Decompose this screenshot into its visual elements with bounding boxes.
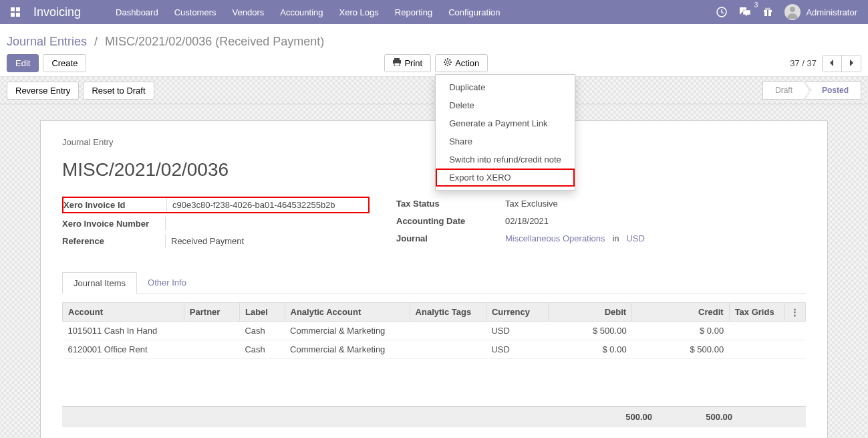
breadcrumb-link[interactable]: Journal Entries bbox=[7, 35, 87, 48]
col-credit[interactable]: Credit bbox=[632, 303, 729, 322]
user-name: Administrator bbox=[806, 7, 857, 17]
reset-to-draft-button[interactable]: Reset to Draft bbox=[83, 82, 154, 100]
tabs: Journal Items Other Info bbox=[62, 271, 806, 294]
chevron-left-icon bbox=[829, 59, 835, 68]
create-button[interactable]: Create bbox=[43, 54, 86, 72]
total-credit: 500.00 bbox=[659, 407, 739, 427]
cell-debit: $ 0.00 bbox=[549, 340, 632, 359]
user-menu[interactable]: Administrator bbox=[784, 4, 857, 20]
cell-currency: USD bbox=[486, 340, 549, 359]
table-row[interactable]: 6120001 Office RentCashCommercial & Mark… bbox=[63, 340, 806, 359]
cell-analytic-tags bbox=[410, 322, 486, 340]
gear-icon bbox=[444, 58, 452, 68]
col-label[interactable]: Label bbox=[239, 303, 285, 322]
content-area: Journal Entry MISC/2021/02/0036 Xero Inv… bbox=[0, 104, 868, 438]
total-debit: 500.00 bbox=[579, 407, 659, 427]
col-currency[interactable]: Currency bbox=[486, 303, 549, 322]
action-refund[interactable]: Switch into refund/credit note bbox=[436, 150, 575, 169]
cell-analytic-account: Commercial & Marketing bbox=[285, 340, 410, 359]
reverse-entry-button[interactable]: Reverse Entry bbox=[7, 82, 79, 100]
journal-in-text: in bbox=[612, 233, 619, 243]
svg-rect-13 bbox=[394, 63, 400, 66]
svg-point-8 bbox=[766, 8, 768, 10]
tax-status-row: Tax Status Tax Exclusive bbox=[396, 197, 806, 211]
breadcrumb-separator: / bbox=[94, 35, 98, 48]
pager-prev-button[interactable] bbox=[823, 56, 842, 72]
svg-rect-0 bbox=[11, 7, 15, 11]
status-draft[interactable]: Draft bbox=[762, 81, 809, 100]
action-export-xero[interactable]: Export to XERO bbox=[436, 169, 575, 187]
journal-items-table: Account Partner Label Analytic Account A… bbox=[62, 302, 806, 359]
menu-xero-logs[interactable]: Xero Logs bbox=[331, 1, 387, 24]
journal-label: Journal bbox=[396, 231, 500, 245]
action-duplicate[interactable]: Duplicate bbox=[436, 78, 575, 96]
col-account[interactable]: Account bbox=[63, 303, 184, 322]
col-tax-grids[interactable]: Tax Grids bbox=[729, 303, 784, 322]
cell-label: Cash bbox=[239, 340, 285, 359]
journal-currency-link[interactable]: USD bbox=[626, 233, 644, 243]
action-payment-link[interactable]: Generate a Payment Link bbox=[436, 114, 575, 132]
cell-options bbox=[784, 340, 805, 359]
svg-rect-3 bbox=[16, 13, 20, 17]
pager-text: 37 / 37 bbox=[790, 58, 817, 68]
cell-account: 1015011 Cash In Hand bbox=[63, 322, 184, 340]
journal-operation-link[interactable]: Miscellaneous Operations bbox=[505, 233, 605, 243]
action-button[interactable]: Action bbox=[435, 54, 488, 72]
cell-partner bbox=[184, 322, 239, 340]
status-steps: Draft Posted bbox=[762, 81, 861, 100]
svg-rect-7 bbox=[767, 10, 768, 16]
journal-value: Miscellaneous Operations in USD bbox=[500, 231, 806, 245]
edit-button[interactable]: Edit bbox=[7, 54, 39, 72]
menu-reporting[interactable]: Reporting bbox=[387, 1, 440, 24]
main-menu: Dashboard Customers Vendors Accounting X… bbox=[108, 1, 508, 24]
reference-label: Reference bbox=[62, 234, 166, 248]
cell-account: 6120001 Office Rent bbox=[63, 340, 184, 359]
reference-value: Received Payment bbox=[166, 234, 370, 248]
col-analytic-account[interactable]: Analytic Account bbox=[285, 303, 410, 322]
tab-journal-items[interactable]: Journal Items bbox=[62, 272, 137, 294]
col-debit[interactable]: Debit bbox=[549, 303, 632, 322]
menu-customers[interactable]: Customers bbox=[166, 1, 225, 24]
app-brand[interactable]: Invoicing bbox=[33, 5, 81, 19]
gift-icon[interactable] bbox=[763, 7, 772, 17]
messages-icon[interactable]: 3 bbox=[739, 7, 751, 17]
journal-row: Journal Miscellaneous Operations in USD bbox=[396, 231, 806, 245]
svg-point-9 bbox=[768, 8, 770, 10]
menu-configuration[interactable]: Configuration bbox=[440, 1, 508, 24]
status-bar: Reverse Entry Reset to Draft Draft Poste… bbox=[0, 77, 868, 104]
sheet-label: Journal Entry bbox=[62, 137, 806, 147]
cell-partner bbox=[184, 340, 239, 359]
cell-label: Cash bbox=[239, 322, 285, 340]
menu-dashboard[interactable]: Dashboard bbox=[108, 1, 166, 24]
col-analytic-tags[interactable]: Analytic Tags bbox=[410, 303, 486, 322]
xero-invoice-number-value bbox=[166, 217, 370, 221]
totals-row: 500.00 500.00 bbox=[62, 406, 806, 427]
table-row[interactable]: 1015011 Cash In HandCashCommercial & Mar… bbox=[63, 322, 806, 340]
svg-rect-1 bbox=[16, 7, 20, 11]
col-partner[interactable]: Partner bbox=[184, 303, 239, 322]
action-delete[interactable]: Delete bbox=[436, 96, 575, 114]
message-count: 3 bbox=[754, 1, 758, 9]
activity-icon[interactable] bbox=[716, 7, 727, 17]
svg-rect-11 bbox=[394, 58, 400, 60]
chevron-right-icon bbox=[849, 59, 854, 68]
status-posted[interactable]: Posted bbox=[805, 81, 861, 100]
breadcrumb: Journal Entries / MISC/2021/02/0036 (Rec… bbox=[7, 31, 861, 49]
action-share[interactable]: Share bbox=[436, 132, 575, 150]
cell-credit: $ 0.00 bbox=[632, 322, 729, 340]
menu-accounting[interactable]: Accounting bbox=[272, 1, 331, 24]
pager-next-button[interactable] bbox=[842, 56, 861, 72]
pager: 37 / 37 bbox=[790, 55, 861, 72]
apps-icon[interactable] bbox=[11, 7, 20, 17]
xero-invoice-number-row: Xero Invoice Number bbox=[62, 217, 370, 231]
kebab-icon: ⋮ bbox=[790, 307, 799, 317]
menu-vendors[interactable]: Vendors bbox=[225, 1, 273, 24]
tab-other-info[interactable]: Other Info bbox=[137, 272, 197, 294]
top-navbar: Invoicing Dashboard Customers Vendors Ac… bbox=[0, 0, 868, 24]
col-options[interactable]: ⋮ bbox=[784, 303, 805, 322]
control-panel: Journal Entries / MISC/2021/02/0036 (Rec… bbox=[0, 24, 868, 77]
print-button[interactable]: Print bbox=[384, 54, 431, 72]
cell-currency: USD bbox=[486, 322, 549, 340]
print-label: Print bbox=[404, 58, 422, 68]
xero-invoice-id-label: Xero Invoice Id bbox=[63, 198, 167, 212]
